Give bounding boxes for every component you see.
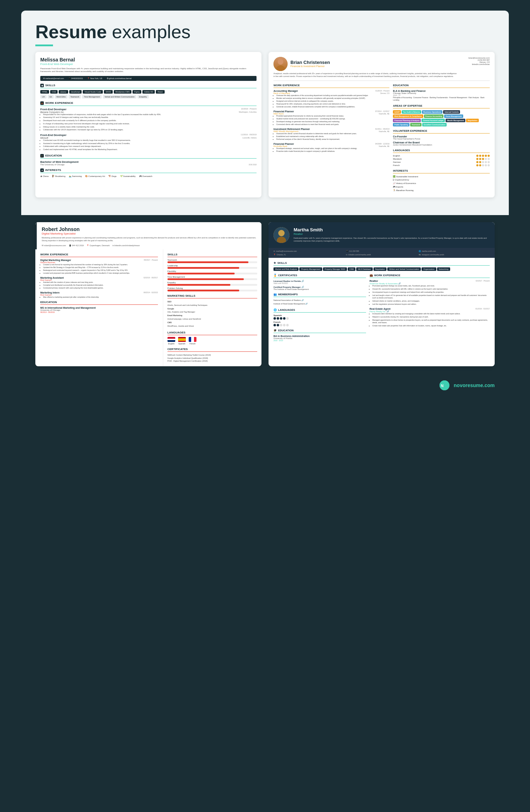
interest-art: 🎨 Contemporary Art <box>85 175 105 177</box>
skill-js: JavaScript <box>69 90 82 94</box>
tag-neg: Negotiation <box>466 119 479 122</box>
dot <box>479 164 481 166</box>
french-label: French <box>189 343 195 345</box>
robert-work-1-bullets: Created a new format for reporting that … <box>40 263 158 274</box>
brian-languages-title: LANGUAGES <box>393 149 490 153</box>
brian-work-2-title: Financial Planner <box>273 110 294 113</box>
skill-adobe: Adobe XD <box>142 90 155 94</box>
bottom-resume-grid: Robert Johnson Digital Marketing Special… <box>21 215 509 373</box>
robert-marketing-skills-title: MARKETING SKILLS <box>167 294 257 298</box>
martha-lang-french: French <box>273 321 366 326</box>
tag-comm: Excellent Communication <box>422 123 447 126</box>
brian-work-1-header: Accounting Manager 01/2018 - Present <box>273 90 389 92</box>
dot <box>273 324 276 326</box>
skill-bar-fill <box>167 284 230 286</box>
robert-phone: 📱 044 412 2019 <box>69 244 84 247</box>
robert-edu-section-title: EDUCATION <box>40 301 158 305</box>
melissa-work-section: 💼 WORK EXPERIENCE Front-End Developer 10… <box>40 101 257 151</box>
brian-vol-1-org: The Good Samaritan's Purse <box>393 138 490 140</box>
interest-overwatch: 🎮 Overwatch <box>139 175 152 177</box>
robert-work-2-bullets: Assisted with the creation of press rele… <box>40 281 158 289</box>
dot <box>488 158 490 160</box>
edu-icon: 🎓 <box>273 329 277 332</box>
skill-time-mgmt: Time Management <box>167 276 257 280</box>
melissa-location: 📍 New York, US <box>87 77 102 79</box>
skill-wordpress: Wordpress CMS <box>114 90 131 94</box>
skill-bar-fill <box>167 267 239 269</box>
brian-bio: Analytical, results-oriented professiona… <box>273 72 458 78</box>
french-flag <box>189 337 196 342</box>
brian-expertise-tags: GAAP Tax Audit & Returns Business Operat… <box>393 110 490 126</box>
martha-work-2-date: 01/2016 - 01/2017 <box>475 308 490 310</box>
martha-skills-section-title: ★ SKILLS <box>273 261 490 266</box>
brian-work-4-header: Financial Planner 04/2008 - 12/2010 <box>273 143 389 145</box>
footer-logo-text: novoresume.com <box>454 383 495 388</box>
martha-work-1-company: American Realty & Associates 🔗 <box>370 282 490 285</box>
dot <box>485 161 487 163</box>
work-icon: 💼 <box>370 274 373 277</box>
martha-memberships-list: National Association of Realtors 🔗 Insti… <box>273 299 366 306</box>
brian-work-4-date: 04/2008 - 12/2010 <box>375 143 390 145</box>
martha-edu-dates: 2016 - 2019 <box>273 339 366 342</box>
melissa-work-2: Front-End Developer 11/2016 - 09/2019 Mi… <box>40 134 257 151</box>
melissa-name: Melissa Bernal <box>40 57 257 63</box>
brian-lang-german: German <box>393 161 490 163</box>
teal-accent <box>21 42 509 46</box>
brian-expertise-block: AREAS OF EXPERTISE GAAP Tax Audit & Retu… <box>393 104 490 126</box>
brian-work-1-bullets: Oversaw the daily operations of the acco… <box>273 94 389 108</box>
robert-work-2-date: 02/2015 - 05/2017 <box>143 277 158 279</box>
brian-work-3-header: Investment Retirement Planner 01/2011 - … <box>273 128 389 130</box>
resume-card-martha: Martha Smith Realtor Dedicated realtor w… <box>269 222 495 366</box>
robert-linkedin: in linkedin.com/in/robertjohnson <box>112 244 140 247</box>
brian-work-1-date: 01/2018 - Present <box>376 90 390 92</box>
melissa-edu-section: 🎓 EDUCATION Bachelor of Web Development … <box>40 154 257 166</box>
skill-empathy: Empathy <box>137 95 149 99</box>
skill-vsc: Visual Studio Code <box>83 90 103 94</box>
cert-2: Certified Property Manager 🔗 The Institu… <box>273 286 366 290</box>
robert-marketing-skills-list: SEO Ahrefs, Semrush and Link-building Te… <box>167 300 257 328</box>
tag-biz-ops: Business Operations <box>422 110 442 114</box>
skill-negotiation: Negotiation <box>373 267 387 271</box>
skill-bar-fill <box>167 290 239 291</box>
brian-linkedin: linkedin.com/in/brian <box>461 63 490 65</box>
brian-vol-1: Co-Founder The Good Samaritan's Purse <box>393 135 490 140</box>
martha-memberships-title: 👥 MEMBERSHIPS <box>273 293 366 297</box>
brian-interests-block: INTERESTS 💹 Sustainable Investment ₿ Cry… <box>393 169 490 191</box>
title-resume: Resume <box>35 22 107 42</box>
cert-1-name: Licensed Realtor in Florida 🔗 <box>273 280 366 282</box>
cert-icon: 🏅 <box>273 274 277 277</box>
brian-work-3-bullets: Assessed the clients' current financial … <box>273 132 389 141</box>
robert-skills-list: Teamwork Leadership Flexibility Tim <box>167 259 257 291</box>
dot <box>482 158 484 160</box>
martha-languages-title: 🌐 LANGUAGES <box>273 308 366 313</box>
martha-bio: Dedicated realtor with 5+ years of prope… <box>294 237 490 242</box>
brian-work-1-title: Accounting Manager <box>273 90 298 92</box>
melissa-title: Front-End Web Developer <box>40 63 257 66</box>
melissa-email: ✉ melissab@email.com <box>43 77 64 79</box>
melissa-interests-title: ★ INTERESTS <box>40 168 257 173</box>
melissa-header: Melissa Bernal Front-End Web Developer P… <box>40 57 257 73</box>
dot <box>280 324 282 326</box>
robert-work-1-header: Digital Marketing Manager 05/2017 - Pres… <box>40 259 158 261</box>
robert-certs-title: CERTIFICATES <box>167 348 257 352</box>
melissa-work-2-bullets: Conducted over 60 A/B successful testing… <box>40 139 257 151</box>
melissa-skills-secondary: UX Git Work Ethic Teamwork Time Manageme… <box>40 95 257 99</box>
robert-languages-flags: English Spanish French <box>167 337 257 345</box>
dot <box>482 155 484 157</box>
martha-languages-block: 🌐 LANGUAGES Spanish <box>273 308 366 326</box>
brian-avatar-svg <box>273 57 288 71</box>
martha-skill-tags: Market and Risk Analysis Property Manage… <box>273 267 490 271</box>
skill-css: CSS <box>50 90 58 94</box>
martha-work-2: Real Estate Agent 01/2016 - 01/2017 Penn… <box>370 308 490 327</box>
cert-1-date: Valid until 05/2022 <box>273 282 366 284</box>
skill-ux: UX <box>40 95 47 99</box>
martha-body: ★ SKILLS Market and Risk Analysis Proper… <box>269 258 495 345</box>
melissa-edu-date: 3/18 2018 <box>249 164 257 166</box>
martha-work-1-header: Realtor 02/2017 - Present <box>370 280 490 282</box>
tag-speaking: Public Speaking <box>393 123 410 126</box>
tag-gaap: GAAP <box>393 110 401 114</box>
brian-work-4-title: Financial Planner <box>273 143 294 145</box>
martha-work-2-header: Real Estate Agent 01/2016 - 01/2017 <box>370 308 490 310</box>
dot <box>488 164 490 166</box>
robert-main: WORK EXPERIENCE Digital Marketing Manage… <box>35 249 261 367</box>
